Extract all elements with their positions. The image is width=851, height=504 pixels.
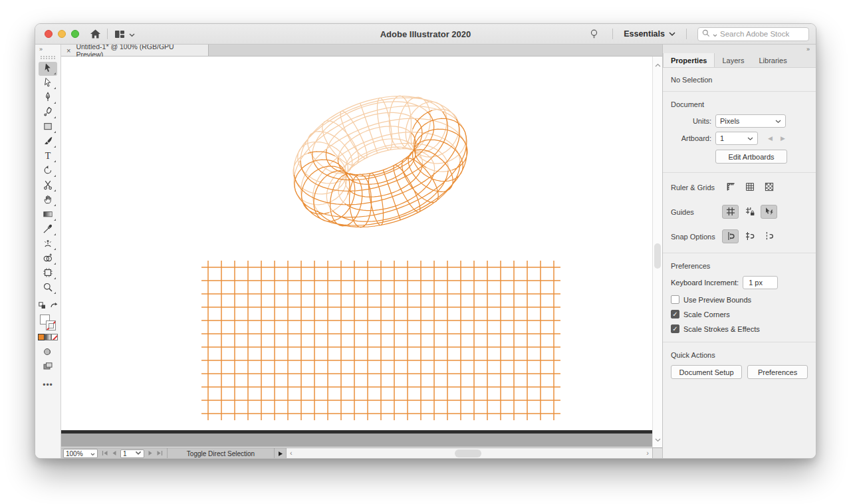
- scroll-down-icon[interactable]: [655, 433, 661, 445]
- grid-button[interactable]: [741, 180, 758, 194]
- tool-rotate[interactable]: [39, 164, 57, 178]
- vertical-scrollbar[interactable]: [652, 57, 662, 447]
- swap-fill-stroke-icon[interactable]: [50, 300, 58, 312]
- collapse-panel-icon[interactable]: »: [806, 46, 810, 53]
- first-artboard-icon[interactable]: [102, 450, 108, 457]
- preferences-button[interactable]: Preferences: [747, 365, 808, 379]
- snap-to-grid-button[interactable]: [741, 229, 758, 243]
- puppet-warp-icon: [43, 238, 53, 251]
- last-artboard-icon[interactable]: [156, 450, 163, 457]
- close-window-button[interactable]: [45, 30, 53, 38]
- lightbulb-icon[interactable]: [586, 27, 602, 41]
- vertical-scroll-thumb[interactable]: [654, 243, 661, 269]
- edit-toolbar-icon[interactable]: •••: [43, 380, 53, 390]
- tool-direct-selection[interactable]: [39, 76, 57, 90]
- transparency-grid-button[interactable]: [761, 180, 777, 194]
- home-icon[interactable]: [87, 27, 103, 41]
- tool-gradient[interactable]: [39, 208, 57, 222]
- title-bar: Adobe Illustrator 2020 Essentials: [35, 24, 816, 45]
- tool-hand[interactable]: [39, 193, 57, 207]
- show-guides-button[interactable]: [722, 205, 739, 219]
- stock-search-box[interactable]: [697, 27, 809, 41]
- snap-to-glyph-icon: [764, 231, 775, 243]
- checkbox-label: Use Preview Bounds: [683, 296, 751, 304]
- panel-tab-bar: PropertiesLayersLibraries: [663, 53, 816, 68]
- next-artboard-nav-icon[interactable]: ▶: [781, 135, 785, 142]
- horizontal-scrollbar[interactable]: ‹ ›: [286, 448, 652, 459]
- tab-layers[interactable]: Layers: [715, 53, 751, 67]
- tools-drag-handle[interactable]: [41, 56, 55, 59]
- artboard-value: 1: [720, 134, 724, 142]
- quick-actions-label: Quick Actions: [671, 351, 808, 359]
- status-popup-icon[interactable]: [275, 448, 286, 459]
- tool-rectangle[interactable]: [39, 120, 57, 134]
- edit-artboards-button[interactable]: Edit Artboards: [715, 150, 787, 164]
- preference-row: ✓Scale Corners: [663, 310, 816, 318]
- artboard-number-select[interactable]: 1: [120, 449, 144, 458]
- smart-guides-button[interactable]: [761, 205, 777, 219]
- flyout-indicator: [54, 87, 56, 89]
- lock-guides-button[interactable]: [741, 205, 758, 219]
- zoom-level-select[interactable]: 100%: [63, 449, 98, 458]
- tab-libraries[interactable]: Libraries: [751, 53, 794, 67]
- tool-type[interactable]: T: [39, 150, 57, 164]
- scroll-left-icon[interactable]: ‹: [290, 449, 293, 457]
- document-setup-button[interactable]: Document Setup: [671, 365, 742, 379]
- none-button[interactable]: [51, 334, 58, 340]
- tool-curvature[interactable]: [39, 106, 57, 120]
- flyout-indicator: [54, 160, 56, 162]
- zoom-window-button[interactable]: [71, 30, 79, 38]
- snap-to-point-button[interactable]: [722, 229, 739, 243]
- document-tab-title: Untitled-1* @ 100% (RGB/GPU Preview): [76, 43, 203, 59]
- use-preview-bounds-checkbox[interactable]: [671, 295, 679, 304]
- previous-artboard-icon[interactable]: [111, 450, 118, 457]
- preference-row: ✓Scale Strokes & Effects: [663, 324, 816, 333]
- arrange-documents-icon[interactable]: [112, 27, 128, 41]
- gradient-button[interactable]: [45, 334, 51, 340]
- stroke-swatch[interactable]: [46, 320, 56, 330]
- snap-to-glyph-button[interactable]: [761, 229, 777, 243]
- section-divider: [663, 172, 816, 173]
- scale-corners-checkbox[interactable]: ✓: [671, 310, 679, 318]
- search-icon: [702, 28, 710, 40]
- checkbox-label: Scale Corners: [683, 311, 730, 318]
- keyboard-increment-input[interactable]: 1 px: [743, 276, 778, 289]
- previous-artboard-nav-icon[interactable]: ◀: [768, 135, 773, 142]
- rulers-button[interactable]: [722, 180, 739, 194]
- artboard-select[interactable]: 1: [715, 132, 758, 145]
- gradient-icon: [43, 209, 53, 222]
- document-tab[interactable]: × Untitled-1* @ 100% (RGB/GPU Preview): [61, 45, 209, 56]
- tool-paintbrush[interactable]: [39, 135, 57, 149]
- torus-artwork[interactable]: [293, 96, 467, 227]
- tool-zoom[interactable]: [39, 281, 57, 295]
- units-select[interactable]: Pixels: [715, 114, 786, 128]
- tool-eyedropper[interactable]: [39, 223, 57, 237]
- horizontal-scroll-thumb[interactable]: [455, 449, 481, 457]
- color-button[interactable]: [38, 334, 45, 340]
- scale-strokes-effects-checkbox[interactable]: ✓: [671, 324, 679, 333]
- fill-stroke-indicator[interactable]: [40, 315, 56, 330]
- flyout-indicator: [54, 277, 56, 279]
- screen-mode-button[interactable]: [39, 359, 57, 373]
- default-fill-stroke-icon[interactable]: [39, 300, 46, 312]
- units-label: Units:: [671, 117, 711, 125]
- search-input[interactable]: [720, 30, 793, 38]
- tab-properties[interactable]: Properties: [663, 53, 715, 67]
- tool-scissors[interactable]: [39, 179, 57, 193]
- grid-artwork[interactable]: [201, 261, 560, 420]
- tool-pen[interactable]: [39, 91, 57, 105]
- expand-tools-icon[interactable]: »: [39, 46, 43, 53]
- scroll-up-icon[interactable]: [655, 59, 661, 70]
- minimize-window-button[interactable]: [58, 30, 66, 38]
- tool-artboard[interactable]: [39, 267, 57, 281]
- tool-shape-builder[interactable]: [39, 252, 57, 266]
- drawing-modes-button[interactable]: [39, 344, 57, 358]
- shape-builder-icon: [43, 253, 53, 266]
- tool-selection[interactable]: [39, 62, 57, 76]
- tool-puppet-warp[interactable]: [39, 237, 57, 251]
- next-artboard-icon[interactable]: [147, 450, 154, 457]
- artboard-canvas[interactable]: [61, 57, 652, 430]
- scroll-right-icon[interactable]: ›: [646, 449, 649, 457]
- workspace-switcher[interactable]: Essentials: [624, 29, 675, 39]
- close-tab-icon[interactable]: ×: [66, 47, 70, 55]
